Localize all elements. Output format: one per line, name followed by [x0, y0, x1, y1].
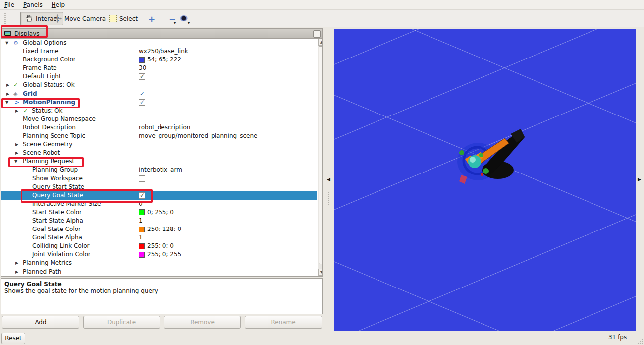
splitter-handle[interactable]: [328, 192, 329, 205]
color-swatch[interactable]: [139, 227, 145, 232]
3d-viewport[interactable]: [334, 29, 636, 331]
tree-row-interactive-marker-size[interactable]: Interactive Marker Size 0: [1, 200, 317, 208]
status-ok-check-icon: ✓: [23, 107, 28, 115]
menu-file[interactable]: File: [0, 0, 19, 9]
tree-row-goal-state-color[interactable]: Goal State Color 250; 128; 0: [1, 225, 317, 233]
expander-closed-icon[interactable]: ▶: [15, 259, 18, 267]
tree-row-query-goal-state[interactable]: Query Goal State: [1, 191, 317, 200]
fixed-frame-value[interactable]: wx250/base_link: [139, 47, 188, 56]
show-workspace-checkbox[interactable]: [139, 175, 145, 182]
displays-panel-titlebar[interactable]: Displays: [1, 28, 323, 39]
remove-tool-caret-icon[interactable]: ▾: [174, 21, 176, 25]
robot-description-value[interactable]: robot_description: [139, 123, 190, 132]
right-panel-splitter[interactable]: ▶: [636, 28, 644, 331]
reset-button[interactable]: Reset: [1, 333, 25, 344]
expander-closed-icon[interactable]: ▶: [6, 81, 9, 89]
query-goal-state-checkbox[interactable]: [139, 192, 145, 199]
color-swatch[interactable]: [139, 252, 145, 258]
planning-group-value[interactable]: interbotix_arm: [139, 166, 182, 174]
add-tool-button[interactable]: +: [148, 14, 155, 24]
background-color-value[interactable]: 54; 65; 222: [147, 56, 181, 64]
query-start-state-checkbox[interactable]: [139, 184, 145, 190]
grid-enabled-checkbox[interactable]: [139, 91, 145, 97]
tree-row-planning-group[interactable]: Planning Group interbotix_arm: [1, 166, 317, 174]
tree-row-goal-state-alpha[interactable]: Goal State Alpha 1: [1, 233, 317, 242]
tree-row-colliding-link-color[interactable]: Colliding Link Color 255; 0; 0: [1, 242, 317, 250]
select-box-icon: [109, 15, 117, 22]
tree-scrollbar[interactable]: ▲ ▼: [318, 39, 323, 276]
menu-bar: File Panels Help: [0, 0, 644, 10]
select-tool-button[interactable]: Select: [105, 12, 142, 25]
focus-camera-caret-icon[interactable]: ▾: [188, 21, 190, 25]
expander-closed-icon[interactable]: ▶: [15, 107, 18, 115]
joint-violation-color-value[interactable]: 255; 0; 255: [147, 250, 181, 259]
scrollbar-thumb[interactable]: [319, 46, 323, 264]
menu-panels[interactable]: Panels: [19, 0, 47, 9]
collapse-left-icon[interactable]: ◀: [327, 177, 330, 182]
remove-display-button[interactable]: Remove: [164, 316, 241, 329]
tree-row-scene-robot[interactable]: ▶ Scene Robot: [1, 149, 317, 157]
expand-right-icon[interactable]: ▶: [638, 177, 641, 182]
tree-row-joint-violation-color[interactable]: Joint Violation Color 255; 0; 255: [1, 250, 317, 259]
frame-rate-value[interactable]: 30: [139, 64, 146, 72]
tree-row-show-workspace[interactable]: Show Workspace: [1, 174, 317, 183]
expander-open-icon[interactable]: ▼: [14, 157, 17, 166]
tree-row-query-start-state[interactable]: Query Start State: [1, 183, 317, 191]
displays-tree: ▼ ⚙ Global Options Fixed Frame wx250/bas…: [1, 39, 323, 277]
scroll-up-icon[interactable]: ▲: [318, 39, 323, 46]
panel-splitter[interactable]: ◀: [323, 28, 334, 331]
goal-state-color-value[interactable]: 250; 128; 0: [147, 225, 181, 233]
tree-row-mp-status[interactable]: ▶ ✓ Status: Ok: [1, 107, 317, 115]
tree-row-planning-metrics[interactable]: ▶ Planning Metrics: [1, 259, 317, 267]
start-state-color-value[interactable]: 0; 255; 0: [147, 208, 174, 217]
expander-closed-icon[interactable]: ▶: [15, 268, 18, 276]
expander-closed-icon[interactable]: ▶: [6, 90, 9, 98]
duplicate-display-button[interactable]: Duplicate: [83, 316, 160, 329]
start-state-alpha-value[interactable]: 1: [139, 217, 143, 225]
interactive-marker-size-value[interactable]: 0: [139, 200, 143, 208]
tree-row-default-light[interactable]: Default Light: [1, 72, 317, 81]
panel-float-button[interactable]: [313, 30, 321, 38]
goal-state-alpha-value[interactable]: 1: [139, 233, 143, 242]
tree-row-start-state-alpha[interactable]: Start State Alpha 1: [1, 217, 317, 225]
color-swatch[interactable]: [139, 243, 145, 249]
tree-row-global-options[interactable]: ▼ ⚙ Global Options: [1, 39, 317, 47]
grid-display-icon: ◈: [13, 90, 17, 98]
planning-scene-topic-value[interactable]: move_group/monitored_planning_scene: [139, 132, 257, 140]
motionplanning-enabled-checkbox[interactable]: [139, 99, 145, 106]
tree-row-fixed-frame[interactable]: Fixed Frame wx250/base_link: [1, 47, 317, 56]
description-title: Query Goal State: [4, 281, 320, 288]
tree-row-robot-description[interactable]: Robot Description robot_description: [1, 123, 317, 132]
tree-row-planning-scene-topic[interactable]: Planning Scene Topic move_group/monitore…: [1, 132, 317, 140]
expander-open-icon[interactable]: ▼: [5, 39, 8, 47]
tree-row-frame-rate[interactable]: Frame Rate 30: [1, 64, 317, 72]
tree-row-background-color[interactable]: Background Color 54; 65; 222: [1, 56, 317, 64]
menu-help[interactable]: Help: [47, 0, 69, 9]
select-tool-label: Select: [119, 15, 138, 22]
tree-row-scene-geometry[interactable]: ▶ Scene Geometry: [1, 140, 317, 149]
tree-row-move-group-namespace[interactable]: Move Group Namespace: [1, 115, 317, 123]
tree-row-planning-request[interactable]: ▼ Planning Request: [1, 157, 317, 166]
expander-open-icon[interactable]: ▼: [5, 98, 8, 107]
move-camera-tool-button[interactable]: Move Camera: [49, 12, 110, 25]
tree-row-start-state-color[interactable]: Start State Color 0; 255; 0: [1, 208, 317, 217]
default-light-checkbox[interactable]: [139, 73, 145, 80]
rename-display-button[interactable]: Rename: [245, 316, 322, 329]
scroll-down-icon[interactable]: ▼: [318, 269, 323, 276]
color-swatch[interactable]: [139, 57, 145, 63]
tree-row-planned-path[interactable]: ▶ Planned Path: [1, 268, 317, 276]
fps-counter: 31 fps: [608, 334, 627, 341]
window-resize-grip[interactable]: [637, 338, 643, 344]
tree-row-global-status[interactable]: ▶ ✓ Global Status: Ok: [1, 81, 317, 89]
expander-closed-icon[interactable]: ▶: [15, 149, 18, 157]
monitor-icon: [4, 31, 11, 37]
focus-camera-icon[interactable]: [180, 15, 188, 21]
tree-row-grid[interactable]: ▶ ◈ Grid: [1, 90, 317, 98]
tree-row-motionplanning[interactable]: ▼ > MotionPlanning: [1, 98, 317, 107]
color-swatch[interactable]: [139, 209, 145, 215]
toolbar: Interact Move Camera Select + − ▾ ▾: [0, 10, 644, 27]
expander-closed-icon[interactable]: ▶: [15, 140, 18, 149]
toolbar-drag-handle[interactable]: [4, 13, 6, 24]
add-display-button[interactable]: Add: [2, 316, 79, 329]
colliding-link-color-value[interactable]: 255; 0; 0: [147, 242, 174, 250]
